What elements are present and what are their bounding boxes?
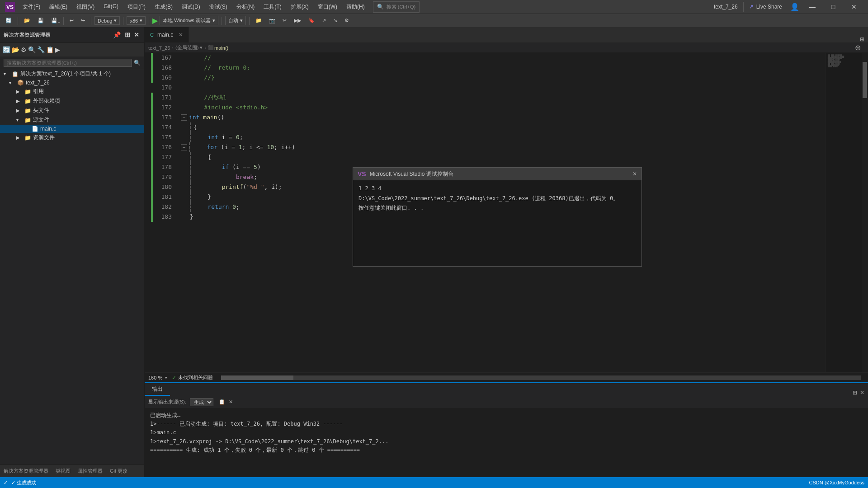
toolbar-save-all[interactable]: 💾+ (48, 17, 60, 24)
toolbar-cut[interactable]: ✂ (280, 17, 289, 24)
menu-file[interactable]: 文件(F) (18, 1, 45, 13)
code-line-169: //} (181, 73, 826, 83)
toolbar-save[interactable]: 💾 (35, 17, 47, 24)
ext-deps-icon: 📁 (24, 98, 31, 104)
menu-edit[interactable]: 编辑(E) (45, 1, 72, 13)
search-box[interactable]: 🔍 搜索 (Ctrl+Q) (373, 1, 420, 13)
bottom-panel-content: 显示输出来源(S): 生成 📋 ✕ 已启动生成… 1>------ 已启动生成:… (145, 396, 868, 477)
menu-help[interactable]: 帮助(H) (342, 1, 369, 13)
run-target-dropdown[interactable]: 本地 Windows 调试器 ▾ (160, 16, 218, 25)
maximize-button[interactable]: □ (823, 0, 844, 14)
solution-expand-icon: ▾ (4, 71, 10, 76)
nav-solution-explorer[interactable]: 解决方案资源管理器 (4, 466, 48, 476)
vertical-scrollbar[interactable] (862, 53, 868, 372)
breadcrumb-dropdown[interactable]: (全局范围) ▾ (175, 44, 203, 51)
window-controls: — □ ✕ (802, 0, 864, 14)
code-line-175: int i = 0; (181, 132, 826, 142)
toolbar-new[interactable]: 🔄 (3, 17, 14, 24)
sidebar-chevron-icon[interactable]: ⊞ (124, 30, 132, 39)
breadcrumb-symbol[interactable]: main() (214, 45, 228, 51)
toolbar-folder[interactable]: 📁 (253, 17, 264, 24)
title-bar: VS 文件(F) 编辑(E) 视图(V) Git(G) 项目(P) 生成(B) … (0, 0, 868, 14)
fold-icon-173[interactable]: — (181, 114, 187, 121)
toolbar-more[interactable]: ▶▶ (291, 17, 304, 24)
toolbar-icon-4[interactable]: 🔧 (37, 46, 45, 53)
nav-class-view[interactable]: 类视图 (56, 466, 71, 476)
auto-dropdown[interactable]: 自动 ▾ (225, 16, 246, 25)
toolbar-nav2[interactable]: ↘ (330, 17, 340, 24)
platform-dropdown[interactable]: x86 ▾ (127, 16, 146, 25)
fold-icon-176[interactable]: — (181, 144, 187, 150)
search-icon: 🔍 (377, 4, 384, 10)
panel-chevron-icon[interactable]: ⊞ (853, 389, 857, 396)
menu-project[interactable]: 项目(P) (123, 1, 150, 13)
toolbar-screenshot[interactable]: 📷 (266, 17, 278, 24)
scrollbar-thumb[interactable] (863, 62, 867, 98)
menu-tools[interactable]: 工具(T) (259, 1, 286, 13)
ln-181: 181 (153, 192, 172, 202)
project-node[interactable]: ▾ 📦 text_7_26 (0, 79, 144, 87)
run-button[interactable]: ▶ (152, 16, 158, 25)
search-submit-icon[interactable]: 🔍 (134, 60, 141, 66)
horizontal-scrollbar[interactable] (221, 375, 861, 380)
sidebar-toolbar: 🔄 📂 ⚙ 🔍 🔧 📋 ▶ (0, 43, 144, 56)
sources-node[interactable]: ▾ 📁 源文件 (0, 115, 144, 125)
toolbar-undo[interactable]: ↩ (67, 17, 76, 24)
menu-extensions[interactable]: 扩展(X) (286, 1, 313, 13)
toolbar-icon-6[interactable]: ▶ (55, 46, 60, 53)
toolbar-redo[interactable]: ↪ (78, 17, 88, 24)
toolbar-nav1[interactable]: ↗ (319, 17, 329, 24)
close-button[interactable]: ✕ (844, 0, 864, 14)
tab-add-icon[interactable]: ⊞ (860, 36, 864, 42)
debug-config-dropdown[interactable]: Debug ▾ (94, 16, 120, 25)
refresh-icon[interactable]: 🔄 (3, 46, 10, 53)
sidebar-search-input[interactable] (4, 59, 132, 67)
output-icon-2[interactable]: ✕ (229, 399, 233, 405)
sources-icon: 📁 (24, 117, 31, 123)
debug-console-close-icon[interactable]: ✕ (632, 171, 637, 177)
zoom-control[interactable]: 160 % ▾ (148, 375, 167, 380)
menu-debug[interactable]: 调试(D) (177, 1, 205, 13)
toolbar-icon-5[interactable]: 📋 (46, 46, 54, 53)
nav-property-manager[interactable]: 属性管理器 (78, 466, 103, 476)
menu-git[interactable]: Git(G) (99, 1, 123, 13)
minimize-button[interactable]: — (802, 0, 823, 14)
solution-node[interactable]: ▾ 📋 解决方案'text_7_26'(1 个项目/共 1 个) (0, 69, 144, 79)
toolbar-open[interactable]: 📂 (21, 17, 33, 24)
sidebar-title: 解决方案资源管理器 (4, 32, 51, 38)
output-icon-1[interactable]: 📋 (219, 399, 225, 405)
panel-tab-output[interactable]: 输出 (145, 384, 170, 396)
toolbar-icon-3[interactable]: 🔍 (28, 46, 36, 53)
headers-node[interactable]: ▶ 📁 头文件 (0, 106, 144, 115)
green-bar-169 (151, 73, 153, 83)
menu-window[interactable]: 窗口(W) (313, 1, 342, 13)
scrollbar-thumb-h[interactable] (221, 375, 293, 380)
refs-node[interactable]: ▶ 📁 引用 (0, 87, 144, 96)
output-source-select[interactable]: 生成 (190, 398, 213, 406)
ext-deps-node[interactable]: ▶ 📁 外部依赖项 (0, 96, 144, 106)
tab-mainc-close[interactable]: ✕ (179, 32, 183, 38)
breadcrumb-file[interactable]: text_7_26 (148, 45, 170, 51)
add-icon[interactable]: ⊕ (855, 43, 861, 52)
status-build-icon: ✓ (4, 480, 8, 486)
sidebar-bottom-nav: 解决方案资源管理器 类视图 属性管理器 Git 更改 (0, 465, 144, 477)
panel-close-icon[interactable]: ✕ (860, 389, 864, 396)
sidebar-pin-icon[interactable]: 📌 (112, 30, 122, 39)
mainc-node[interactable]: 📄 main.c (0, 125, 144, 133)
sidebar-close-icon[interactable]: ✕ (133, 30, 141, 39)
debug-console-window[interactable]: VS Microsoft Visual Studio 调试控制台 ✕ 1 2 3… (353, 167, 642, 267)
share-person-icon[interactable]: 👤 (788, 3, 802, 11)
live-share-button[interactable]: ↗ Live Share (743, 2, 788, 12)
menu-analyze[interactable]: 分析(N) (232, 1, 259, 13)
toolbar-icon-1[interactable]: 📂 (12, 46, 19, 53)
tab-mainc[interactable]: C main.c ✕ (145, 27, 189, 42)
toolbar-bookmark[interactable]: 🔖 (306, 17, 317, 24)
nav-git-changes[interactable]: Git 更改 (110, 466, 127, 476)
menu-test[interactable]: 测试(S) (205, 1, 232, 13)
toolbar-settings[interactable]: ⚙ (342, 17, 352, 24)
auto-label: 自动 (228, 17, 238, 24)
resources-node[interactable]: ▶ 📁 资源文件 (0, 133, 144, 142)
menu-view[interactable]: 视图(V) (72, 1, 99, 13)
menu-build[interactable]: 生成(B) (150, 1, 177, 13)
toolbar-icon-2[interactable]: ⚙ (21, 46, 27, 53)
